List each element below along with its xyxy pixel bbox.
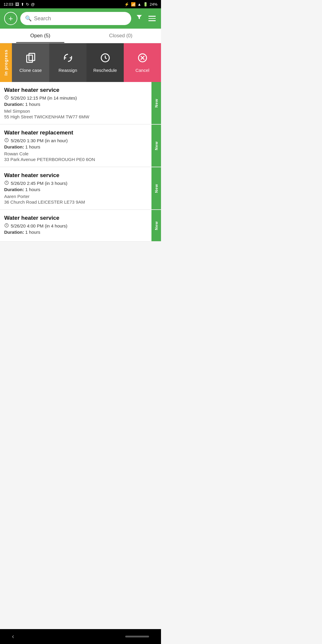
plus-icon: + xyxy=(8,14,13,23)
job-content: Water heater replacement 5/26/20 1:30 PM… xyxy=(0,125,151,167)
job-datetime: 5/26/20 2:45 PM (in 3 hours) xyxy=(11,181,67,186)
reschedule-icon xyxy=(100,52,111,65)
signal-icon: 📶 xyxy=(131,2,136,7)
job-address: 33 Park Avenue PETERBOROUGH PE0 6ON xyxy=(4,157,147,162)
battery-percent: 24% xyxy=(150,2,157,7)
clock-icon xyxy=(4,138,9,143)
reassign-button[interactable]: Reassign xyxy=(49,43,86,82)
status-bar: 12:03 🖼 ⬆ ↻ @ ⚡ 📶 ▲ 🔋 24% xyxy=(0,0,161,8)
job-time: 5/26/20 1:30 PM (in an hour) xyxy=(4,138,147,143)
job-card[interactable]: Water heater service 5/26/20 12:15 PM (i… xyxy=(0,82,161,124)
job-card[interactable]: Water heater service 5/26/20 4:00 PM (in… xyxy=(0,210,161,242)
svg-rect-0 xyxy=(29,53,35,61)
status-indicators: ⚡ 📶 ▲ 🔋 24% xyxy=(124,2,157,7)
job-status-text: New xyxy=(154,221,159,230)
job-status-badge: New xyxy=(151,82,161,124)
search-icon: 🔍 xyxy=(25,15,32,22)
job-status-text: New xyxy=(154,141,159,150)
svg-rect-1 xyxy=(27,55,32,62)
photo-icon: 🖼 xyxy=(15,2,19,7)
job-title: Water heater service xyxy=(4,87,147,93)
job-content: Water heater service 5/26/20 12:15 PM (i… xyxy=(0,82,151,124)
job-address: 55 High Street TWICKENHAM TW77 6MW xyxy=(4,114,147,119)
tab-open-label: Open (5) xyxy=(30,33,50,38)
tabs-bar: Open (5) Closed (0) xyxy=(0,29,161,43)
tab-closed-label: Closed (0) xyxy=(109,33,132,38)
job-customer: Mel Simpson xyxy=(4,109,147,114)
clock-icon xyxy=(4,223,9,229)
menu-icon-line xyxy=(148,16,156,17)
jobs-list: Water heater service 5/26/20 12:15 PM (i… xyxy=(0,82,161,242)
job-status-badge: New xyxy=(151,125,161,167)
job-status-text: New xyxy=(154,99,159,108)
app-header: + 🔍 xyxy=(0,8,161,29)
reschedule-label: Reschedule xyxy=(93,68,117,73)
job-time: 5/26/20 12:15 PM (in 14 minutes) xyxy=(4,95,147,101)
job-duration: Duration: 1 hours xyxy=(4,144,147,149)
job-duration: Duration: 1 hours xyxy=(4,187,147,192)
filter-button[interactable] xyxy=(134,13,144,24)
job-content: Water heater service 5/26/20 4:00 PM (in… xyxy=(0,210,151,241)
menu-icon-line xyxy=(148,20,156,21)
reschedule-button[interactable]: Reschedule xyxy=(86,43,124,82)
job-customer: Rowan Cole xyxy=(4,151,147,156)
status-time: 12:03 🖼 ⬆ ↻ @ xyxy=(4,2,35,7)
clone-icon xyxy=(25,52,36,65)
swipe-actions-row: In progress Clone case Reassign xyxy=(0,43,161,82)
time-display: 12:03 xyxy=(4,2,13,7)
tab-open[interactable]: Open (5) xyxy=(0,29,80,43)
in-progress-badge: In progress xyxy=(0,43,12,82)
job-datetime: 5/26/20 12:15 PM (in 14 minutes) xyxy=(11,95,77,100)
job-card[interactable]: Water heater service 5/26/20 2:45 PM (in… xyxy=(0,167,161,210)
clone-case-button[interactable]: Clone case xyxy=(12,43,49,82)
job-title: Water heater service xyxy=(4,172,147,179)
reassign-icon xyxy=(63,52,73,65)
cancel-button[interactable]: Cancel xyxy=(124,43,161,82)
clock-icon xyxy=(4,95,9,101)
search-bar[interactable]: 🔍 xyxy=(20,12,131,25)
upload-icon: ⬆ xyxy=(21,2,24,7)
add-button[interactable]: + xyxy=(4,12,17,25)
job-time: 5/26/20 2:45 PM (in 3 hours) xyxy=(4,180,147,186)
job-title: Water heater service xyxy=(4,215,147,221)
job-duration: Duration: 1 hours xyxy=(4,102,147,107)
sync-icon: ↻ xyxy=(26,2,29,7)
cancel-label: Cancel xyxy=(135,68,149,73)
clock-icon xyxy=(4,180,9,186)
clone-case-label: Clone case xyxy=(19,68,42,73)
job-datetime: 5/26/20 1:30 PM (in an hour) xyxy=(11,138,68,143)
job-title: Water heater replacement xyxy=(4,129,147,136)
battery-icon: 🔋 xyxy=(143,2,148,7)
bluetooth-icon: ⚡ xyxy=(124,2,129,7)
menu-button[interactable] xyxy=(147,15,157,22)
filter-icon xyxy=(135,14,143,21)
in-progress-label: In progress xyxy=(4,49,8,75)
job-customer: Aaren Porter xyxy=(4,194,147,199)
menu-icon-line xyxy=(148,18,156,19)
reassign-label: Reassign xyxy=(58,68,77,73)
job-content: Water heater service 5/26/20 2:45 PM (in… xyxy=(0,167,151,209)
wifi-icon: ▲ xyxy=(137,2,141,7)
job-status-text: New xyxy=(154,184,159,193)
job-card[interactable]: Water heater replacement 5/26/20 1:30 PM… xyxy=(0,125,161,167)
job-duration: Duration: 1 hours xyxy=(4,230,147,235)
cancel-icon xyxy=(137,52,148,65)
search-input[interactable] xyxy=(34,16,126,22)
job-status-badge: New xyxy=(151,167,161,209)
at-icon: @ xyxy=(31,2,35,7)
job-address: 36 Church Road LEICESTER LE73 9AM xyxy=(4,199,147,205)
job-time: 5/26/20 4:00 PM (in 4 hours) xyxy=(4,223,147,229)
tab-closed[interactable]: Closed (0) xyxy=(80,29,161,43)
job-status-badge: New xyxy=(151,210,161,241)
job-datetime: 5/26/20 4:00 PM (in 4 hours) xyxy=(11,223,67,228)
